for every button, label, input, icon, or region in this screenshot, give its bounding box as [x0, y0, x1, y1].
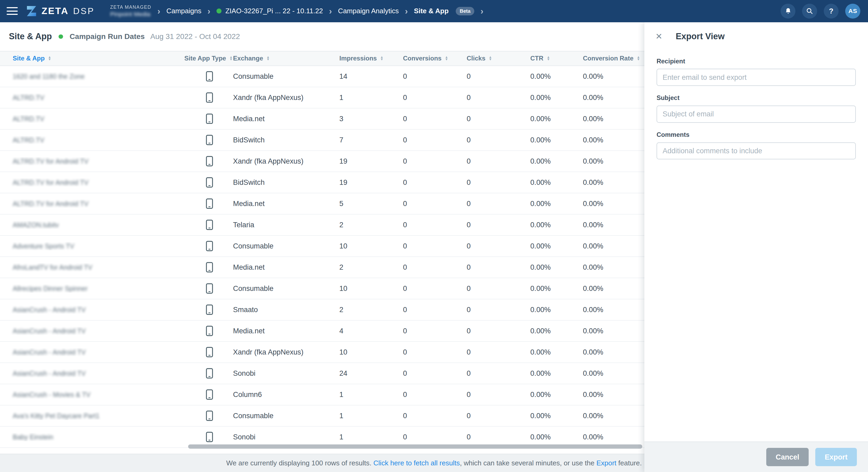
brand-name: ZETA — [41, 6, 69, 17]
recipient-field-group: Recipient — [657, 58, 856, 86]
clicks-cell: 0 — [454, 284, 518, 293]
clicks-cell: 0 — [454, 72, 518, 81]
bell-icon — [784, 7, 792, 15]
ctr-cell: 0.00% — [518, 412, 570, 420]
close-icon[interactable] — [655, 32, 662, 40]
site-name-redacted: AsianCrush - Movies & TV — [13, 391, 90, 398]
sort-arrows-icon — [48, 56, 51, 61]
sort-arrows-icon — [547, 56, 550, 61]
impressions-cell: 1 — [327, 93, 390, 102]
site-name-redacted: Allrecipes Dinner Spinner — [13, 285, 88, 292]
site-name-cell: AfroLandTV for Android TV — [0, 263, 172, 271]
site-name-cell: ALTRD.TV for Android TV — [0, 178, 172, 187]
clicks-cell: 0 — [454, 157, 518, 166]
sort-arrows-icon — [267, 56, 270, 61]
ctr-cell: 0.00% — [518, 178, 570, 187]
exchange-cell: Xandr (fka AppNexus) — [220, 93, 327, 102]
mobile-device-icon — [206, 262, 213, 273]
clicks-cell: 0 — [454, 136, 518, 144]
app-root: ZETA DSP ZETA MANAGED Pinpoint Media Cam… — [0, 0, 868, 472]
sort-arrows-icon — [637, 56, 640, 61]
clicks-cell: 0 — [454, 305, 518, 314]
breadcrumb-campaign[interactable]: ZIAO-32267_Pi ... 22 - 10.11.22 — [216, 7, 323, 15]
export-view-panel: Export View Recipient Subject Comments C… — [644, 22, 868, 472]
ctr-cell: 0.00% — [518, 115, 570, 123]
ctr-cell: 0.00% — [518, 369, 570, 378]
breadcrumb-site-and-app[interactable]: Site & App Beta — [414, 7, 474, 16]
clicks-cell: 0 — [454, 115, 518, 123]
recipient-label: Recipient — [657, 58, 856, 65]
section-name: Site & App — [414, 7, 448, 15]
breadcrumb-chevron-icon — [405, 7, 408, 16]
impressions-cell: 10 — [327, 348, 390, 356]
column-header-conversions[interactable]: Conversions — [390, 55, 454, 62]
column-header-site-app[interactable]: Site & App — [0, 55, 172, 62]
subject-field-group: Subject — [657, 94, 856, 122]
mobile-device-icon — [206, 114, 213, 124]
export-button[interactable]: Export — [815, 448, 857, 466]
site-name-redacted: AsianCrush - Android TV — [13, 348, 86, 356]
site-name-cell: AsianCrush - Android TV — [0, 369, 172, 378]
conversions-cell: 0 — [390, 305, 454, 314]
exchange-cell: BidSwitch — [220, 136, 327, 144]
search-icon — [806, 7, 813, 15]
question-icon — [829, 7, 834, 16]
horizontal-scrollbar-thumb[interactable] — [188, 444, 642, 449]
breadcrumb-chevron-icon — [208, 7, 210, 16]
impressions-cell: 10 — [327, 242, 390, 250]
cancel-button[interactable]: Cancel — [766, 448, 809, 466]
breadcrumb-chevron-icon — [157, 7, 160, 16]
conversions-cell: 0 — [390, 242, 454, 250]
clicks-cell: 0 — [454, 178, 518, 187]
search-button[interactable] — [802, 4, 817, 19]
help-button[interactable] — [824, 4, 839, 19]
site-name-redacted: Adventure Sports TV — [13, 242, 74, 250]
export-link[interactable]: Export — [596, 459, 616, 467]
exchange-cell: Xandr (fka AppNexus) — [220, 157, 327, 166]
subject-input[interactable] — [657, 106, 856, 123]
mobile-device-icon — [206, 92, 213, 103]
column-header-site-app-type[interactable]: Site App Type — [172, 55, 220, 62]
conversions-cell: 0 — [390, 136, 454, 144]
mobile-device-icon — [206, 177, 213, 188]
status-text-suffix: feature. — [616, 459, 642, 467]
site-name-redacted: AMAZON.tubitv — [13, 221, 59, 229]
org-label: ZETA MANAGED — [110, 4, 151, 10]
fetch-all-results-link[interactable]: Click here to fetch all results — [373, 459, 460, 467]
clicks-cell: 0 — [454, 263, 518, 271]
site-app-type-cell — [172, 283, 220, 294]
comments-input[interactable] — [657, 142, 856, 159]
breadcrumb-campaigns[interactable]: Campaigns — [166, 7, 202, 15]
site-name-redacted: ALTRD.TV for Android TV — [13, 157, 89, 165]
export-panel-title: Export View — [676, 32, 725, 41]
ctr-cell: 0.00% — [518, 327, 570, 335]
notifications-button[interactable] — [781, 4, 796, 19]
clicks-cell: 0 — [454, 327, 518, 335]
product-name: DSP — [73, 6, 95, 16]
column-header-clicks[interactable]: Clicks — [454, 55, 518, 62]
column-header-exchange[interactable]: Exchange — [220, 55, 327, 62]
impressions-cell: 24 — [327, 369, 390, 378]
zeta-dsp-logo[interactable]: ZETA DSP — [25, 5, 95, 17]
exchange-cell: Sonobi — [220, 433, 327, 441]
status-text-middle: , which can take several minutes, or use… — [460, 459, 596, 467]
site-name-cell: Adventure Sports TV — [0, 242, 172, 250]
user-avatar[interactable]: AS — [845, 4, 860, 19]
site-name-cell: ALTRD.TV for Android TV — [0, 157, 172, 166]
recipient-input[interactable] — [657, 69, 856, 86]
mobile-device-icon — [206, 304, 213, 315]
site-name-cell: 1620 and 1180 the Zone — [0, 72, 172, 81]
site-app-type-cell — [172, 368, 220, 379]
conversions-cell: 0 — [390, 72, 454, 81]
site-name-redacted: Baby Einstein — [13, 433, 53, 441]
breadcrumb-org[interactable]: ZETA MANAGED Pinpoint Media — [110, 4, 151, 18]
conversions-cell: 0 — [390, 348, 454, 356]
ctr-cell: 0.00% — [518, 284, 570, 293]
export-panel-footer: Cancel Export — [644, 442, 868, 472]
mobile-device-icon — [206, 71, 213, 82]
column-header-impressions[interactable]: Impressions — [327, 55, 390, 62]
breadcrumb-campaign-analytics[interactable]: Campaign Analytics — [338, 7, 399, 15]
hamburger-menu-icon[interactable] — [7, 5, 18, 17]
exchange-cell: Consumable — [220, 284, 327, 293]
column-header-ctr[interactable]: CTR — [518, 55, 570, 62]
